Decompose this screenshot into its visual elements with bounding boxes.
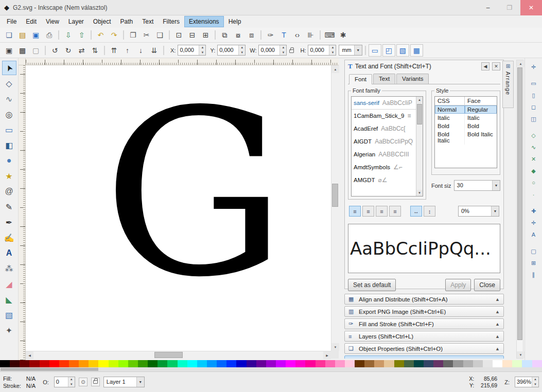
scroll-up-icon[interactable]: ▲ — [517, 60, 524, 67]
palette-swatch[interactable] — [20, 360, 29, 367]
palette-swatch[interactable] — [148, 360, 158, 367]
font-list-scroll-thumb[interactable] — [417, 104, 422, 124]
zoom-input[interactable]: 396% ▲▼ — [515, 377, 539, 387]
palette-swatch[interactable] — [453, 360, 463, 367]
snap-rotation-center-icon[interactable]: ✛ — [528, 218, 540, 228]
font-list-scrollbar[interactable]: ▲ ▼ — [416, 97, 423, 196]
dropper-tool[interactable]: ✦ — [2, 323, 16, 337]
node-tool[interactable]: ◇ — [2, 76, 16, 91]
spin-down-icon[interactable]: ▼ — [199, 50, 205, 56]
open-document-icon[interactable]: ▤ — [16, 29, 29, 41]
font-row-acaderef[interactable]: AcadErefAaBbCc[ — [352, 122, 416, 135]
dropdown-icon[interactable]: ▼ — [492, 181, 500, 190]
palette-swatch[interactable] — [187, 360, 197, 367]
snap-bbox-corner-icon[interactable]: ◻ — [528, 102, 540, 112]
units-select[interactable]: mm ▼ — [339, 45, 362, 56]
raise-to-top-icon[interactable]: ⇈ — [108, 44, 120, 57]
close-button[interactable]: ✕ — [520, 0, 542, 15]
palette-swatch[interactable] — [256, 360, 266, 367]
palette-swatch[interactable] — [207, 360, 217, 367]
dialog-dock-icon[interactable]: ◀ — [481, 62, 489, 70]
print-icon[interactable]: ⎙ — [43, 29, 56, 41]
palette-swatch[interactable] — [433, 360, 443, 367]
vertical-ruler[interactable] — [19, 65, 26, 360]
palette-swatch[interactable] — [316, 360, 325, 367]
y-input[interactable]: 0,000 ▲▼ — [217, 45, 246, 56]
style-row[interactable]: Normal Regular — [435, 105, 497, 114]
deselect-icon[interactable]: ▢ — [29, 44, 42, 57]
snap-grid-icon[interactable]: ⊞ — [528, 258, 540, 268]
spin-up-icon[interactable]: ▲ — [280, 45, 286, 50]
snap-bbox-midpoint-icon[interactable]: ◫ — [528, 114, 540, 124]
eraser-tool[interactable]: ◢ — [2, 277, 16, 291]
palette-swatch[interactable] — [29, 360, 39, 367]
palette-swatch[interactable] — [178, 360, 187, 367]
panel-fill-stroke[interactable]: ✑ Fill and Stroke (Shift+Ctrl+F) ▲ — [344, 318, 504, 329]
palette-swatch[interactable] — [493, 360, 502, 367]
fill-stroke-dialog-icon[interactable]: ✑ — [264, 29, 277, 41]
layer-lock-icon[interactable] — [91, 378, 100, 386]
snap-bbox-icon[interactable]: ▭ — [528, 78, 540, 88]
style-row[interactable]: Bold Italic Bold Italic — [435, 130, 497, 145]
hscroll-track[interactable] — [33, 351, 323, 359]
font-size-select[interactable]: 30 ▼ — [454, 180, 500, 191]
palette-swatch[interactable] — [128, 360, 138, 367]
text-tool[interactable]: A — [2, 246, 16, 260]
menu-object[interactable]: Object — [89, 16, 116, 27]
vscroll-thumb[interactable] — [332, 184, 338, 207]
align-center-button[interactable]: ≡ — [362, 206, 374, 217]
lower-icon[interactable]: ↓ — [134, 44, 147, 57]
spin-up-icon[interactable]: ▲ — [239, 45, 245, 50]
snap-cusp-icon[interactable]: ◆ — [528, 166, 540, 176]
keyboard-icon[interactable]: ⌨ — [323, 29, 336, 41]
palette-swatch[interactable] — [522, 360, 532, 367]
dropdown-icon[interactable]: ▼ — [354, 45, 362, 55]
toolbar-button[interactable] — [320, 30, 321, 40]
menu-help[interactable]: Help — [224, 16, 246, 27]
ruler-corner[interactable] — [19, 58, 26, 65]
export-icon[interactable]: ⇧ — [75, 29, 88, 41]
snap-midpoint-icon[interactable]: ∙ — [528, 189, 540, 200]
canvas-letter-g[interactable]: G — [103, 80, 286, 309]
layer-select[interactable]: Layer 1 ▼ — [103, 377, 145, 387]
snap-guide-icon[interactable]: ∥ — [528, 270, 540, 280]
flip-vertical-icon[interactable]: ⇅ — [89, 44, 101, 57]
selector-tool[interactable]: ➤ — [2, 61, 16, 75]
spin-down-icon[interactable]: ▼ — [239, 50, 245, 56]
palette-swatch[interactable] — [266, 360, 276, 367]
palette-swatch[interactable] — [286, 360, 295, 367]
snap-button[interactable] — [528, 74, 540, 77]
dropdown-icon[interactable]: ▼ — [491, 206, 499, 216]
toolbar-button[interactable] — [163, 46, 164, 55]
toolbar-button[interactable] — [91, 30, 92, 40]
create-clone-icon[interactable]: ⧇ — [232, 29, 244, 41]
palette-swatch[interactable] — [40, 360, 49, 367]
toolbar-button[interactable] — [45, 46, 46, 55]
scale-stroke-toggle-icon[interactable]: ▭ — [369, 44, 381, 57]
pencil-tool[interactable]: ✎ — [2, 200, 16, 214]
calligraphy-tool[interactable]: ✍ — [2, 230, 16, 245]
ellipse-tool[interactable]: ● — [2, 153, 16, 168]
palette-swatch[interactable] — [167, 360, 177, 367]
fill-stroke-indicator[interactable]: Fill: N/A Stroke: N/A — [3, 376, 36, 389]
spray-tool[interactable]: ⁂ — [2, 261, 16, 276]
maximize-button[interactable]: ❐ — [499, 0, 520, 15]
palette-swatch[interactable] — [226, 360, 236, 367]
scroll-up-icon[interactable]: ▲ — [331, 65, 339, 73]
style-row[interactable]: Italic Italic — [435, 114, 497, 122]
text-horizontal-button[interactable]: ↔ — [410, 206, 422, 217]
dock-scrollbar[interactable]: ▲ ▼ — [516, 60, 523, 359]
dock-scroll-track[interactable] — [517, 67, 523, 351]
toolbar-button[interactable] — [169, 30, 170, 40]
xml-editor-icon[interactable]: ‹› — [291, 29, 304, 41]
h-input[interactable]: 0,000 ▲▼ — [308, 45, 336, 56]
zoom-spinner[interactable]: ▲▼ — [532, 377, 538, 387]
font-row-algerian[interactable]: AlgerianAABBCCIII — [352, 148, 416, 161]
spin-down-icon[interactable]: ▼ — [68, 382, 75, 387]
palette-swatch[interactable] — [305, 360, 315, 367]
panel-align-distribute[interactable]: ▦ Align and Distribute (Shift+Ctrl+A) ▲ — [344, 294, 504, 305]
tab-font[interactable]: Font — [349, 74, 372, 84]
menu-layer[interactable]: Layer — [64, 16, 89, 27]
spin-up-icon[interactable]: ▲ — [199, 45, 205, 50]
palette-swatch[interactable] — [109, 360, 118, 367]
